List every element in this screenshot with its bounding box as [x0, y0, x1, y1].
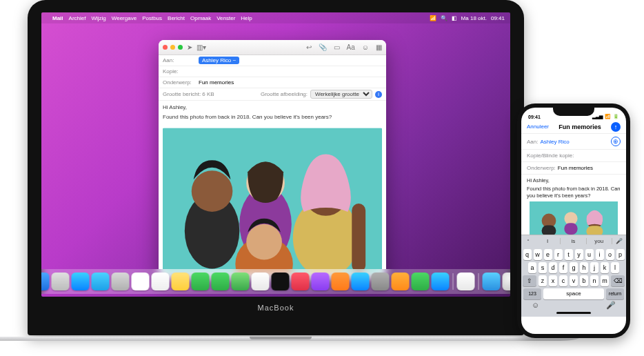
key-a[interactable]: a: [528, 262, 536, 273]
dock-app-settings[interactable]: [372, 273, 390, 290]
to-row[interactable]: Aan: Ashley Rico ⊕: [521, 134, 626, 150]
dock-app-facetime[interactable]: [192, 273, 210, 290]
spotlight-icon[interactable]: 🔍: [441, 15, 447, 21]
key-s[interactable]: s: [539, 262, 547, 273]
emoji-icon[interactable]: ☺: [362, 43, 369, 51]
menubar-item[interactable]: Venster: [217, 15, 235, 21]
mail-compose-window[interactable]: ➤ ▥▾ ↩︎ 📎 ▭ Aa ☺ ▦ Aan: Ashley Rico ~: [159, 40, 386, 279]
recipient-chip[interactable]: Ashley Rico ~: [199, 57, 239, 64]
key-v[interactable]: v: [570, 275, 578, 286]
key-l[interactable]: l: [611, 262, 619, 273]
insert-photo-icon[interactable]: ▭: [334, 43, 340, 51]
dock-trash[interactable]: [503, 273, 511, 290]
close-button[interactable]: [163, 45, 168, 50]
dock-app-notes[interactable]: [172, 273, 190, 290]
dock-downloads[interactable]: [483, 273, 501, 290]
cancel-button[interactable]: Annuleer: [527, 123, 549, 130]
more-icon[interactable]: ▦: [376, 43, 382, 51]
key-i[interactable]: i: [596, 249, 604, 260]
subject-value[interactable]: Fun memories: [558, 165, 593, 171]
dock-app-appstore[interactable]: [352, 273, 370, 290]
attached-photo[interactable]: [527, 201, 621, 235]
menubar-item[interactable]: Help: [241, 15, 252, 21]
dock-app-books[interactable]: [332, 273, 350, 290]
minimize-button[interactable]: [170, 45, 175, 50]
control-center-icon[interactable]: ◧: [452, 15, 457, 21]
menubar-item[interactable]: Postbus: [142, 15, 162, 21]
reply-icon[interactable]: ↩︎: [306, 43, 312, 51]
menubar-item[interactable]: Weergave: [112, 15, 137, 21]
dock-app-messages[interactable]: [212, 273, 230, 290]
key-n[interactable]: n: [590, 275, 598, 286]
key-k[interactable]: k: [601, 262, 609, 273]
key-t[interactable]: t: [565, 249, 573, 260]
predict-word[interactable]: you: [587, 238, 612, 244]
menubar-item[interactable]: Bericht: [168, 15, 185, 21]
dock-app-calendar[interactable]: [132, 273, 150, 290]
dictation-icon[interactable]: 🎤: [612, 238, 626, 244]
dock-app-recent[interactable]: [457, 273, 475, 290]
dock-app-finder[interactable]: [41, 273, 50, 290]
numbers-key[interactable]: 123: [523, 288, 541, 299]
menubar-item[interactable]: Opmaak: [190, 15, 211, 21]
cc-bcc-row[interactable]: Kopie/Blinde kopie:: [521, 150, 626, 162]
compose-body[interactable]: Hi Ashley, Found this photo from back in…: [521, 175, 626, 200]
predict-quote[interactable]: “: [521, 238, 535, 244]
subject-row[interactable]: Onderwerp:: [159, 77, 386, 88]
cc-input[interactable]: [199, 68, 382, 75]
menubar-time[interactable]: 09:41: [491, 15, 505, 21]
header-dropdown-icon[interactable]: ▥▾: [197, 43, 206, 51]
compose-body[interactable]: Hi Ashley, Found this photo from back in…: [159, 101, 386, 125]
dock-app-mail[interactable]: [92, 273, 110, 290]
emoji-key[interactable]: ☺: [532, 301, 539, 310]
menubar-date[interactable]: Ma 18 okt.: [461, 15, 487, 21]
dock-app-numbers[interactable]: [412, 273, 430, 290]
dock-app-pages[interactable]: [392, 273, 410, 290]
key-p[interactable]: p: [616, 249, 625, 260]
key-h[interactable]: h: [580, 262, 588, 273]
send-icon[interactable]: ➤: [187, 43, 192, 51]
dock-app-music[interactable]: [292, 273, 310, 290]
key-z[interactable]: z: [539, 275, 547, 286]
menubar-app-name[interactable]: Mail: [52, 15, 63, 21]
mic-key[interactable]: 🎤: [606, 301, 616, 310]
key-d[interactable]: d: [549, 262, 557, 273]
shift-key[interactable]: ⇧: [523, 275, 536, 286]
dock-app-reminders[interactable]: [152, 273, 170, 290]
attach-icon[interactable]: 📎: [319, 43, 327, 51]
predict-word[interactable]: I: [535, 238, 561, 244]
key-o[interactable]: o: [606, 249, 614, 260]
recipient-value[interactable]: Ashley Rico: [540, 139, 569, 145]
dock-app-keynote[interactable]: [432, 273, 450, 290]
key-x[interactable]: x: [549, 275, 557, 286]
add-recipient-button[interactable]: ⊕: [611, 137, 621, 146]
key-j[interactable]: j: [590, 262, 598, 273]
dock-app-contacts[interactable]: [112, 273, 130, 290]
menubar-item[interactable]: Wijzig: [91, 15, 105, 21]
key-r[interactable]: r: [554, 249, 563, 260]
menubar-item[interactable]: Archief: [69, 15, 86, 21]
image-size-select[interactable]: Werkelijke grootte: [310, 90, 372, 99]
dock-app-maps[interactable]: [232, 273, 250, 290]
send-button[interactable]: ↑: [611, 122, 621, 132]
key-b[interactable]: b: [580, 275, 588, 286]
key-f[interactable]: f: [559, 262, 567, 273]
key-c[interactable]: c: [559, 275, 567, 286]
subject-input[interactable]: [199, 79, 382, 86]
key-w[interactable]: w: [534, 249, 542, 260]
attached-photo[interactable]: [163, 128, 382, 273]
dock-app-photos[interactable]: [252, 273, 270, 290]
key-g[interactable]: g: [570, 262, 578, 273]
return-key[interactable]: return: [606, 288, 624, 299]
predict-word[interactable]: is: [561, 238, 586, 244]
dock-app-launchpad[interactable]: [52, 273, 70, 290]
info-icon[interactable]: i: [375, 91, 382, 98]
space-key[interactable]: space: [543, 288, 604, 299]
key-y[interactable]: y: [575, 249, 583, 260]
zoom-button[interactable]: [178, 45, 183, 50]
home-indicator[interactable]: [556, 312, 591, 314]
wifi-icon[interactable]: 📶: [430, 15, 436, 21]
dock-app-safari[interactable]: [72, 273, 90, 290]
cc-row[interactable]: Kopie:: [159, 66, 386, 77]
key-u[interactable]: u: [585, 249, 594, 260]
